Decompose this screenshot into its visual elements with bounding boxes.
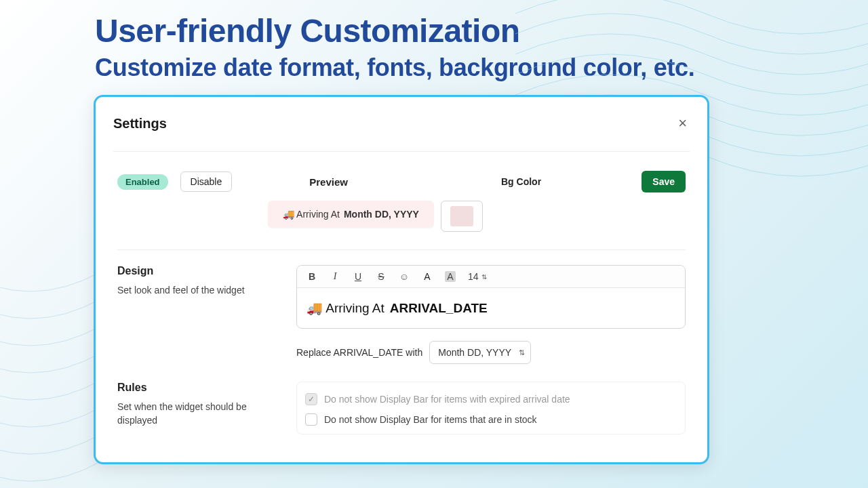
close-icon[interactable]: × (675, 112, 690, 135)
rule-label: Do not show Display Bar for items with e… (324, 394, 570, 405)
preview-text-prefix: 🚚 Arriving At (283, 209, 340, 220)
divider (113, 151, 690, 152)
preview-label: Preview (309, 176, 348, 188)
editor-toolbar: B I U S ☺ A A 14 ⇅ (297, 266, 685, 288)
rules-list: ✓ Do not show Display Bar for items with… (296, 382, 686, 434)
rule-item[interactable]: Do not show Display Bar for items that a… (304, 409, 678, 430)
preview-text-date: Month DD, YYYY (344, 209, 419, 220)
rule-label: Do not show Display Bar for items that a… (324, 414, 537, 425)
rule-item: ✓ Do not show Display Bar for items with… (304, 389, 678, 409)
status-badge: Enabled (117, 174, 168, 190)
editor-variable: ARRIVAL_DATE (390, 301, 488, 316)
modal-title: Settings (113, 116, 167, 131)
divider (117, 249, 686, 250)
fontsize-select[interactable]: 14 ⇅ (468, 271, 487, 282)
date-format-select[interactable]: Month DD, YYYY (429, 341, 531, 364)
fontsize-value: 14 (468, 271, 479, 282)
checkbox-icon: ✓ (305, 393, 317, 405)
editor-content[interactable]: 🚚 Arriving At ARRIVAL_DATE (297, 288, 685, 328)
strike-icon[interactable]: S (376, 271, 387, 282)
rich-text-editor: B I U S ☺ A A 14 ⇅ 🚚 Arriving At (296, 265, 686, 329)
replace-label: Replace ARRIVAL_DATE with (296, 347, 422, 358)
underline-icon[interactable]: U (353, 271, 363, 282)
checkbox-icon[interactable] (305, 413, 317, 426)
editor-prefix: 🚚 Arriving At (307, 300, 384, 316)
design-section-desc: Set look and feel of the widget (117, 284, 267, 298)
hero-subtitle: Customize date format, fonts, background… (0, 49, 868, 82)
hero-title: User-friendly Customization (0, 0, 868, 49)
bgcolor-picker[interactable] (441, 201, 483, 232)
save-button[interactable]: Save (642, 171, 686, 192)
emoji-icon[interactable]: ☺ (399, 271, 410, 282)
bgcolor-label: Bg Color (501, 176, 541, 187)
design-section-title: Design (117, 265, 267, 277)
bgcolor-swatch (450, 206, 473, 226)
bold-icon[interactable]: B (307, 271, 317, 282)
italic-icon[interactable]: I (330, 271, 340, 282)
rules-section-title: Rules (117, 382, 267, 394)
highlight-icon[interactable]: A (445, 271, 456, 282)
chevron-updown-icon: ⇅ (481, 273, 487, 281)
rules-section-desc: Set when the widget should be displayed (117, 401, 267, 427)
preview-chip: 🚚 Arriving At Month DD, YYYY (268, 201, 434, 228)
textcolor-icon[interactable]: A (422, 271, 433, 282)
disable-button[interactable]: Disable (180, 171, 233, 192)
settings-modal: Settings × Enabled Disable Preview Bg Co… (94, 95, 709, 464)
